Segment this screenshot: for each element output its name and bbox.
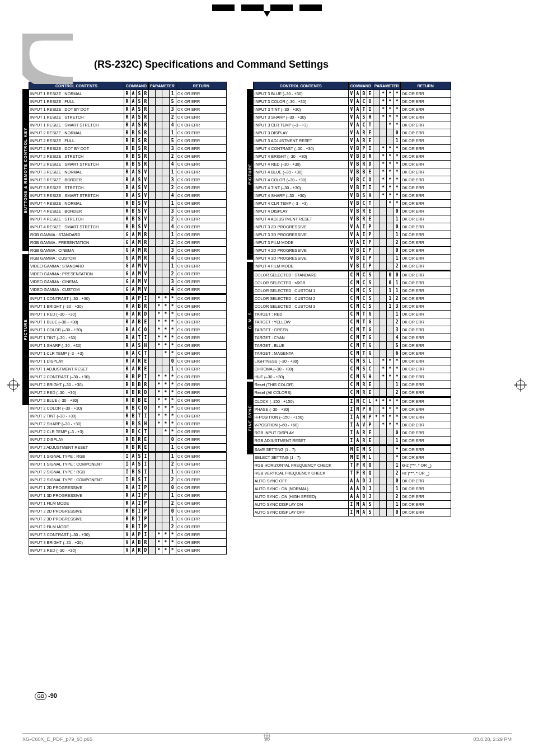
page-number: GB-90: [35, 692, 57, 700]
spec-table-2: CONTROL CONTENTSCOMMANDPARAMETERRETURNIN…: [253, 82, 451, 516]
vlabel-picture2: PICTURE: [247, 89, 253, 260]
vlabel-buttons: BUTTONS & REMOTE CONTROL KEY: [22, 89, 29, 251]
vlabel-cms: C. M. S: [247, 262, 253, 379]
vlabel-finesync: FINE SYNC: [247, 382, 253, 454]
vlabel-picture1: PICTURE: [22, 254, 29, 405]
page-title: (RS-232C) Specifications and Command Set…: [94, 59, 512, 71]
spec-table-1: CONTROL CONTENTSCOMMANDPARAMETERRETURNIN…: [29, 82, 227, 555]
